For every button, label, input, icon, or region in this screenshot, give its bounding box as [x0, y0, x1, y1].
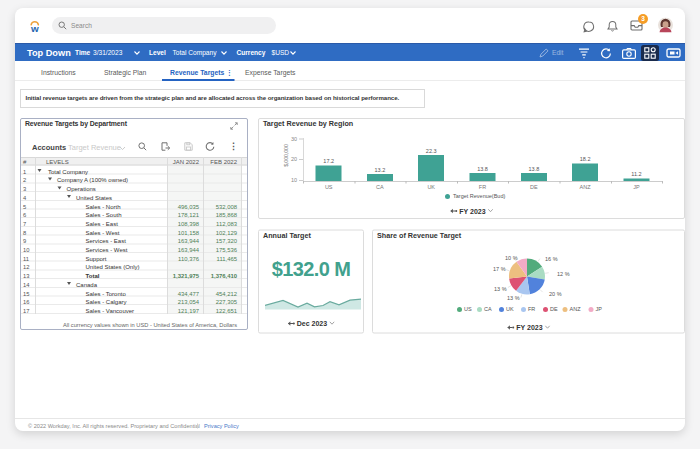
svg-text:20 %: 20 % [549, 291, 562, 297]
svg-text:13 %: 13 % [494, 286, 507, 292]
svg-text:13 %: 13 % [507, 295, 520, 301]
svg-text:12 %: 12 % [557, 271, 570, 277]
svg-text:10 %: 10 % [505, 255, 518, 261]
svg-text:16 %: 16 % [545, 256, 558, 262]
svg-text:w: w [30, 23, 39, 34]
svg-text:17 %: 17 % [493, 266, 506, 272]
